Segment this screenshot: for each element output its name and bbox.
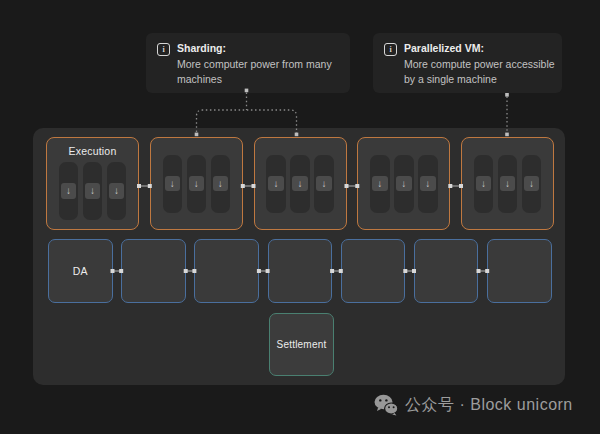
sharding-tooltip-text: Sharding: More computer power from many … [177, 41, 332, 88]
down-arrow-icon: ↓ [61, 183, 77, 199]
down-arrow-icon: ↓ [476, 176, 492, 192]
down-arrow-icon: ↓ [372, 176, 388, 192]
pill-group: ↓ ↓ ↓ [370, 155, 438, 213]
down-arrow-icon: ↓ [524, 176, 540, 192]
transaction-pill: ↓ [474, 155, 494, 213]
watermark-text: 公众号 · Block unicorn [405, 395, 573, 416]
pill-group: ↓ ↓ ↓ [474, 155, 542, 213]
pill-group: ↓ ↓ ↓ [266, 155, 334, 213]
transaction-pill: ↓ [290, 155, 310, 213]
da-box [194, 239, 259, 303]
transaction-pill: ↓ [394, 155, 414, 213]
info-icon: i [384, 43, 397, 56]
info-icon: i [157, 43, 170, 56]
down-arrow-icon: ↓ [268, 176, 284, 192]
transaction-pill: ↓ [370, 155, 390, 213]
down-arrow-icon: ↓ [500, 176, 516, 192]
execution-box: Execution ↓ ↓ ↓ [46, 137, 139, 230]
transaction-pill: ↓ [59, 162, 79, 220]
parallelized-vm-body-line-2: by a single machine [404, 72, 555, 88]
transaction-pill: ↓ [418, 155, 438, 213]
parallelized-vm-body-line-1: More compute power accessible [404, 57, 555, 73]
transaction-pill: ↓ [187, 155, 207, 213]
watermark: 公众号 · Block unicorn [374, 394, 573, 416]
endpoint-node [505, 93, 509, 97]
transaction-pill: ↓ [498, 155, 518, 213]
execution-label: Execution [69, 145, 117, 157]
sharding-body-line-2: machines [177, 72, 332, 88]
da-box [341, 239, 406, 303]
execution-box: ↓ ↓ ↓ [254, 137, 347, 230]
sharding-body-line-1: More computer power from many [177, 57, 332, 73]
settlement-box: Settlement [269, 313, 334, 376]
da-box: DA [48, 239, 113, 303]
diagram-canvas: i Sharding: More computer power from man… [0, 0, 600, 434]
down-arrow-icon: ↓ [420, 176, 436, 192]
transaction-pill: ↓ [266, 155, 286, 213]
transaction-pill: ↓ [211, 155, 231, 213]
da-row: DA [48, 239, 552, 303]
transaction-pill: ↓ [314, 155, 334, 213]
execution-box: ↓ ↓ ↓ [150, 137, 243, 230]
down-arrow-icon: ↓ [213, 176, 229, 192]
execution-box: ↓ ↓ ↓ [461, 137, 554, 230]
parallelized-vm-title: Parallelized VM: [404, 41, 555, 57]
da-box [414, 239, 479, 303]
down-arrow-icon: ↓ [165, 176, 181, 192]
sharding-title: Sharding: [177, 41, 332, 57]
down-arrow-icon: ↓ [292, 176, 308, 192]
down-arrow-icon: ↓ [85, 183, 101, 199]
down-arrow-icon: ↓ [109, 183, 125, 199]
da-box [121, 239, 186, 303]
transaction-pill: ↓ [163, 155, 183, 213]
settlement-label: Settlement [277, 339, 327, 350]
pill-group: ↓ ↓ ↓ [59, 162, 127, 220]
transaction-pill: ↓ [522, 155, 542, 213]
transaction-pill: ↓ [107, 162, 127, 220]
down-arrow-icon: ↓ [189, 176, 205, 192]
wechat-icon [374, 394, 398, 416]
down-arrow-icon: ↓ [396, 176, 412, 192]
da-box [268, 239, 333, 303]
architecture-panel: Execution ↓ ↓ ↓ ↓ ↓ [33, 128, 565, 385]
parallelized-vm-tooltip: i Parallelized VM: More compute power ac… [373, 33, 562, 93]
down-arrow-icon: ↓ [316, 176, 332, 192]
da-box [487, 239, 552, 303]
execution-row: Execution ↓ ↓ ↓ ↓ ↓ [46, 137, 554, 230]
pill-group: ↓ ↓ ↓ [163, 155, 231, 213]
transaction-pill: ↓ [83, 162, 103, 220]
execution-box: ↓ ↓ ↓ [357, 137, 450, 230]
da-label: DA [73, 265, 88, 277]
sharding-tooltip: i Sharding: More computer power from man… [146, 33, 350, 93]
parallelized-vm-tooltip-text: Parallelized VM: More compute power acce… [404, 41, 555, 88]
